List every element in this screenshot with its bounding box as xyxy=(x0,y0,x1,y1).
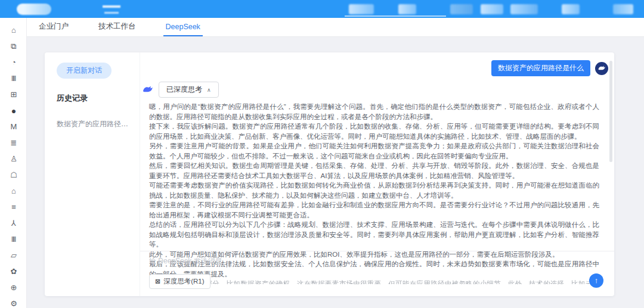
topbar-menu-item-blurred[interactable] xyxy=(562,4,580,14)
deepseek-avatar xyxy=(141,84,153,96)
barcode-icon[interactable]: ‖‖ xyxy=(8,74,18,83)
shield-icon[interactable]: ☖ xyxy=(8,170,18,180)
gear-icon[interactable]: ⚙ xyxy=(8,299,18,308)
deep-think-r1-button[interactable]: ⊠ 深度思考(R1) xyxy=(149,274,210,289)
history-item[interactable]: 数据资产的应用路径是什么 xyxy=(57,119,130,129)
composer: ⊠ 深度思考(R1) ↑ xyxy=(140,251,614,296)
message-input[interactable] xyxy=(149,257,400,265)
topbar-menu-item-blurred[interactable] xyxy=(450,4,473,14)
topbar-menu-item-blurred[interactable] xyxy=(510,4,538,14)
icon-rail: ⌂⧉◔‖‖⊞●M≣♙☖⌂≡⅄‖‖▱✿⊕⚙ xyxy=(0,18,27,308)
app-logo xyxy=(17,4,51,15)
ai-response-header: 已深度思考 ∧ xyxy=(141,82,614,98)
topbar-menu-underline xyxy=(345,15,446,17)
tab-deepseek[interactable]: DeepSeek xyxy=(163,18,203,36)
send-button[interactable]: ↑ xyxy=(589,273,603,288)
pie-chart-icon[interactable]: ◔ xyxy=(8,58,18,67)
deep-thought-label: 已深度思考 xyxy=(166,85,202,95)
chat-panel: 数据资产的应用路径是什么 已深度思考 ∧ 嗯，用户问的 xyxy=(140,52,614,296)
add-box-icon[interactable]: ⊞ xyxy=(8,90,18,99)
deep-think-icon: ⊠ xyxy=(155,278,160,285)
history-title: 历史记录 xyxy=(57,93,130,104)
globe-icon[interactable]: ⊕ xyxy=(8,283,18,293)
user-icon[interactable]: ♙ xyxy=(8,154,18,164)
home-alt-icon[interactable]: ⌂ xyxy=(8,186,18,196)
reasoning-paragraph: 需要注意的是，不同行业的应用路径可能有差异，比如金融行业和制造业的数据应用方向不… xyxy=(149,200,599,220)
barcode-alt-icon[interactable]: ‖‖ xyxy=(8,235,18,244)
topbar xyxy=(0,0,644,18)
topbar-menu-item-blurred[interactable] xyxy=(398,4,416,14)
reasoning-paragraph: 另外，需要注意用户可能的背景。如果是企业用户，他们可能关注如何利用数据资产提高竞… xyxy=(149,141,599,161)
user-message-row: 数据资产的应用路径是什么 xyxy=(140,52,614,76)
chat-card: 开启新对话 历史记录 数据资产的应用路径是什么 数据资产的应用路径是什么 xyxy=(45,52,614,296)
list-icon[interactable]: ≣ xyxy=(8,138,18,148)
reasoning-paragraph: 然后，需要回忆相关知识。数据生命周期管理是关键，包括采集、存储、处理、分析、共享… xyxy=(149,161,599,181)
layers-icon[interactable]: ≡ xyxy=(8,203,18,212)
history-panel: 开启新对话 历史记录 数据资产的应用路径是什么 xyxy=(45,52,140,296)
deep-think-label: 深度思考(R1) xyxy=(163,277,204,286)
folder-icon[interactable]: ▱ xyxy=(8,251,18,260)
reasoning-paragraph: 嗯，用户问的是“数据资产的应用路径是什么”，我需要先理解这个问题。首先，确定他们… xyxy=(149,102,599,122)
app-logo-text xyxy=(103,5,120,8)
reasoning-paragraph: 总结的话，应用路径可以分为以下几个步骤：战略规划、数据治理、技术支撑、应用场景构… xyxy=(149,220,599,250)
deep-thought-toggle[interactable]: 已深度思考 ∧ xyxy=(159,82,219,98)
tab-enterprise-portal[interactable]: 企业门户 xyxy=(36,18,71,36)
whale-logo-icon xyxy=(597,64,606,73)
history-list: 数据资产的应用路径是什么 xyxy=(57,119,130,129)
dark-circle-icon[interactable]: ● xyxy=(8,106,18,116)
topbar-menu-item-blurred[interactable] xyxy=(481,4,503,14)
user-message-bubble: 数据资产的应用路径是什么 xyxy=(491,60,590,76)
tab-bar: 企业门户 技术工作台 DeepSeek xyxy=(27,18,644,37)
org-chart-icon[interactable]: ⧉ xyxy=(8,42,18,51)
letter-m-icon[interactable]: M xyxy=(8,122,18,132)
whale-logo-icon xyxy=(142,84,153,95)
topbar-menu-item-blurred[interactable] xyxy=(613,4,633,14)
flower-icon[interactable]: ✿ xyxy=(8,267,18,276)
new-chat-button[interactable]: 开启新对话 xyxy=(57,63,112,79)
chevron-up-icon: ∧ xyxy=(207,87,211,93)
chat-scrollbar-thumb[interactable] xyxy=(609,61,612,162)
topbar-menu-item-blurred[interactable] xyxy=(349,4,374,14)
home-icon[interactable]: ⌂ xyxy=(8,26,18,35)
reasoning-paragraph: 可能还需要考虑数据资产的价值实现路径，比如数据如何转化为商业价值，从原始数据到分… xyxy=(149,181,599,200)
user-avatar xyxy=(595,62,608,75)
main-content: 开启新对话 历史记录 数据资产的应用路径是什么 数据资产的应用路径是什么 xyxy=(27,37,644,308)
app-logo-subtext xyxy=(104,12,119,14)
tab-tech-workbench[interactable]: 技术工作台 xyxy=(96,18,138,36)
reasoning-paragraph: 接下来，我应该拆解问题。数据资产的应用路径通常有几个阶段，比如数据的收集、存储、… xyxy=(149,122,599,141)
network-icon[interactable]: ⅄ xyxy=(8,219,18,228)
